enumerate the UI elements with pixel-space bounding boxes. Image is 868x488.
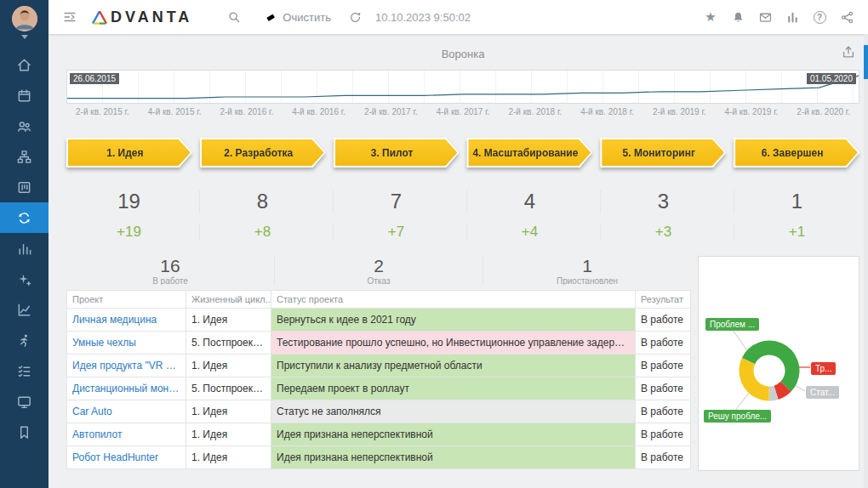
stage-pilot[interactable]: 3. Пилот <box>334 138 460 167</box>
timeline-ticks: 2-й кв. 2015 г. 4-й кв. 2015 г. 2-й кв. … <box>66 107 859 117</box>
table-row: Дистанционный монито... 5. Постпроектны.… <box>67 377 691 400</box>
project-link[interactable]: Личная медицина <box>67 309 186 332</box>
checklist-icon <box>16 363 32 379</box>
stage-monitoring[interactable]: 5. Мониторинг <box>600 138 726 167</box>
result-cell: В работе <box>636 400 691 423</box>
result-cell: В работе <box>636 355 691 377</box>
table-row: Car Auto 1. Идея Статус не заполнялся В … <box>67 400 691 423</box>
status-donut-chart[interactable] <box>699 257 860 472</box>
stage-count: 4 <box>466 190 592 213</box>
sidebar-item-calendar[interactable] <box>0 80 49 111</box>
tick-label: 4-й кв. 2018 г. <box>571 107 643 117</box>
tick-label: 2-й кв. 2019 г. <box>643 107 716 117</box>
stage-idea[interactable]: 1. Идея <box>66 138 192 167</box>
favorites-button[interactable]: ★ <box>700 6 722 28</box>
tick-label: 4-й кв. 2017 г. <box>427 107 500 117</box>
status-cell: Передаем проект в роллаут <box>271 377 636 400</box>
subtotal-in-progress: 16 В работе <box>66 256 274 285</box>
stats-bars-icon <box>785 10 800 25</box>
stage-count: 3 <box>600 190 726 213</box>
col-header-lifecycle[interactable]: Жизненный цикл... <box>186 291 271 309</box>
project-link[interactable]: Умные чехлы <box>67 332 186 355</box>
col-header-status[interactable]: Статус проекта <box>271 291 636 309</box>
avatar-image <box>12 6 37 31</box>
timeline-end-handle[interactable]: 01.05.2020 <box>807 73 856 84</box>
stage-label: 4. Масштабирование <box>468 139 591 166</box>
advanta-logo[interactable]: DVANTA <box>91 9 192 26</box>
app-window: DVANTA Очистить 10.10.2023 9:50:02 ★ <box>0 0 868 488</box>
sidebar-item-activity[interactable] <box>0 325 49 355</box>
menu-collapse-icon <box>62 9 77 25</box>
avatar[interactable] <box>12 6 37 31</box>
user-menu[interactable] <box>12 0 37 39</box>
sidebar-item-reports[interactable] <box>0 294 49 325</box>
lifecycle-cell: 1. Идея <box>186 400 271 423</box>
eraser-icon <box>264 10 278 25</box>
page-head: Воронка <box>66 48 859 63</box>
donut-callout-tr: Тр... <box>811 362 836 375</box>
project-link[interactable]: Автопилот <box>67 423 186 446</box>
project-link[interactable]: Дистанционный монито... <box>67 377 186 400</box>
subtotal-paused: 1 Приостановлен <box>483 256 691 285</box>
sidebar-item-home[interactable] <box>0 49 49 80</box>
export-icon <box>841 44 856 60</box>
sidebar-item-analytics[interactable] <box>0 233 49 264</box>
export-button[interactable] <box>841 44 856 62</box>
scrollbar-thumb[interactable] <box>864 45 868 79</box>
table-row: Автопилот 1. Идея Идея признана неперспе… <box>67 423 691 446</box>
sidebar-item-processes[interactable] <box>0 202 49 233</box>
tick-label: 4-й кв. 2019 г. <box>716 107 788 117</box>
notifications-button[interactable] <box>727 6 749 28</box>
donut-callout-status: Стат... <box>806 386 839 399</box>
sidebar-item-structure[interactable] <box>0 141 49 172</box>
project-link[interactable]: Car Auto <box>67 400 186 423</box>
line-chart-icon <box>16 302 32 318</box>
topbar: DVANTA Очистить 10.10.2023 9:50:02 ★ <box>49 0 868 34</box>
stage-delta: +19 <box>66 224 191 241</box>
sidebar-item-screens[interactable] <box>0 386 49 417</box>
search-icon <box>226 9 242 25</box>
stage-delta: +4 <box>466 224 592 241</box>
stage-finished[interactable]: 6. Завершен <box>734 138 859 167</box>
stage-delta: +7 <box>333 224 459 241</box>
donut-callout-problem: Проблем ... <box>705 318 759 331</box>
stage-count: 19 <box>66 190 191 213</box>
sitemap-icon <box>16 149 32 165</box>
stage-label: 1. Идея <box>68 139 191 166</box>
sidebar-item-board[interactable] <box>0 172 49 202</box>
col-header-project[interactable]: Проект <box>67 291 186 309</box>
vertical-scrollbar[interactable] <box>864 34 868 488</box>
sidebar-item-team[interactable] <box>0 111 49 141</box>
lifecycle-cell: 1. Идея <box>186 423 271 446</box>
tick-label: 2-й кв. 2016 г. <box>210 107 283 117</box>
refresh-icon <box>348 10 363 25</box>
col-header-result[interactable]: Результат <box>636 291 691 309</box>
stage-label: 3. Пилот <box>335 139 458 166</box>
sidebar-item-tasks[interactable] <box>0 355 49 386</box>
collapse-menu-button[interactable] <box>59 6 81 28</box>
timeline-start-handle[interactable]: 26.06.2015 <box>70 73 119 84</box>
messages-button[interactable] <box>754 6 776 28</box>
statistics-button[interactable] <box>781 6 803 28</box>
clear-button[interactable]: Очистить <box>264 10 331 25</box>
status-cell: Идея признана неперспективной <box>271 423 636 446</box>
refresh-button[interactable] <box>345 6 367 28</box>
project-link[interactable]: Робот HeadHunter <box>67 446 186 469</box>
tick-label: 4-й кв. 2015 г. <box>139 107 211 117</box>
project-link[interactable]: Идея продукта "VR обуче... <box>67 355 186 377</box>
status-cell: Приступили к анализу предметной области <box>271 355 636 377</box>
funnel-stages: 1. Идея 2. Разработка 3. Пилот 4. Масшта… <box>66 138 859 167</box>
funnel-report: Воронка 26.06.2015 01.05.2020 2-й кв. 20… <box>49 34 868 488</box>
timeline-range-slider[interactable]: 26.06.2015 01.05.2020 <box>66 70 859 104</box>
share-network-button[interactable] <box>836 6 858 28</box>
sidebar-item-bookmarks[interactable] <box>0 417 49 447</box>
sidebar-item-automation[interactable] <box>0 264 49 294</box>
lifecycle-cell: 1. Идея <box>186 355 271 377</box>
search-button[interactable] <box>223 6 245 28</box>
sidebar-nav <box>0 49 49 447</box>
stage-development[interactable]: 2. Разработка <box>200 138 326 167</box>
funnel-trend-line <box>67 76 859 98</box>
help-button[interactable]: ? <box>808 6 831 28</box>
tick-label: 2-й кв. 2018 г. <box>499 107 571 117</box>
stage-scaling[interactable]: 4. Масштабирование <box>466 138 592 167</box>
